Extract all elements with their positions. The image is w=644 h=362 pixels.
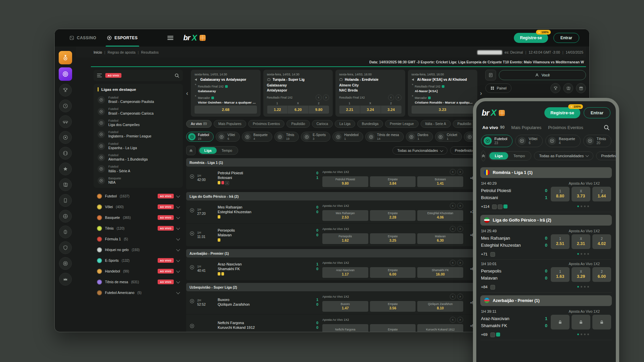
nav-esportes[interactable]: ESPORTES bbox=[102, 29, 142, 47]
search-icon[interactable] bbox=[603, 124, 610, 131]
odds-button[interactable]: 3.24 bbox=[360, 106, 381, 114]
odds-button[interactable]: 3.23 bbox=[412, 106, 474, 114]
match-row[interactable]: 1H 11:31 Persepolis 0 bbox=[186, 224, 482, 247]
sidebar-sport-item[interactable]: Fórmula 1 (5) bbox=[94, 234, 183, 244]
sport-tab[interactable]: Vôlei 6 bbox=[515, 135, 543, 147]
rail-clock-icon[interactable] bbox=[59, 100, 72, 112]
event-ticker[interactable]: Data: 14/03/2025 08:30 GMT -3 Esporte: C… bbox=[91, 58, 586, 67]
league-header[interactable]: Azerbaijão - Premier (1) bbox=[186, 249, 482, 257]
odds-button[interactable] bbox=[551, 315, 570, 329]
odds-button[interactable]: 2 1.44 bbox=[592, 187, 611, 201]
rail-cards-icon[interactable] bbox=[59, 178, 72, 191]
brand-logo[interactable]: brX bbox=[183, 29, 206, 47]
featured-league-item[interactable]: Basquete NBA bbox=[94, 175, 183, 186]
odds-button[interactable]: 2.68 bbox=[195, 106, 257, 114]
trophy-icon[interactable] bbox=[550, 83, 560, 93]
prev-market-icon[interactable]: ‹ bbox=[450, 317, 456, 323]
featured-card-al-nassr[interactable]: sexta-feira, 14/03, 16:00 Al-Nassr [KSA]… bbox=[408, 70, 478, 117]
filter-chip[interactable]: Paulistão bbox=[286, 120, 310, 128]
odds-format-label[interactable]: es: Decimal bbox=[504, 50, 523, 54]
league-header[interactable]: Liga do Golfo Pérsico - Irã (2) bbox=[186, 192, 482, 200]
panel-button[interactable]: Painel bbox=[485, 83, 512, 93]
sport-tab[interactable]: Tênis de mesa 14 bbox=[365, 132, 404, 142]
match-row[interactable]: 1H 27:20 Mes Rafsanjan 0 bbox=[186, 200, 482, 224]
filter-chip[interactable]: Bundesliga bbox=[357, 120, 383, 128]
rail-basketball-icon[interactable] bbox=[59, 210, 72, 223]
features-dropdown[interactable]: Todas as Funcionalidades bbox=[392, 146, 447, 155]
odds-button[interactable]: X 3.73 bbox=[572, 187, 590, 201]
sport-tab[interactable]: Tênis 20 bbox=[583, 135, 611, 147]
sport-tab[interactable]: E-Sports 3 bbox=[301, 132, 330, 142]
odds-button[interactable]: 1 2.51 bbox=[551, 234, 570, 249]
brand-logo[interactable]: brX bbox=[482, 108, 505, 118]
odds-button[interactable]: 2.21 bbox=[339, 106, 360, 114]
pagination-dots[interactable] bbox=[577, 205, 611, 207]
menu-icon[interactable] bbox=[167, 29, 173, 47]
odds-button[interactable]: Mes Rafsanjan 2.53 bbox=[322, 210, 368, 221]
rail-star-icon[interactable] bbox=[59, 163, 72, 175]
rail-shield-icon[interactable] bbox=[59, 241, 72, 254]
league-header[interactable]: Azerbaijão - Premier (1) bbox=[480, 295, 612, 306]
promo-target-icon[interactable] bbox=[59, 67, 72, 81]
sport-tab[interactable]: Tênis 19 bbox=[274, 132, 299, 142]
features-dropdown[interactable]: Todas as Funcionalidades bbox=[534, 152, 593, 160]
odds-button[interactable]: X 2.31 bbox=[572, 234, 590, 249]
next-market-icon[interactable]: › bbox=[457, 294, 463, 300]
odds-button[interactable]: Shamakhi FK 16.00 bbox=[417, 267, 463, 278]
match-row[interactable]: 1H 40:29 Aposta Ao Vivo 1X2 Petrolul Plo… bbox=[480, 179, 612, 212]
odds-button[interactable]: Empate 2.28 bbox=[370, 210, 416, 221]
sport-tab[interactable]: Cricket 1 bbox=[435, 132, 462, 142]
filter-chip[interactable]: Próximos Eventos bbox=[248, 120, 285, 128]
sport-tab[interactable]: Basquete 4 bbox=[242, 132, 272, 142]
rail-darts-icon[interactable] bbox=[59, 257, 72, 270]
register-button[interactable]: Registre-se 100% bbox=[544, 107, 580, 118]
filter-chip[interactable]: Mais Populares bbox=[214, 120, 246, 128]
rail-racecar-icon[interactable] bbox=[59, 115, 72, 128]
login-button[interactable]: Entrar bbox=[584, 107, 610, 118]
sidebar-sport-item[interactable]: Tênis de mesa (631) AO VIVO bbox=[94, 277, 183, 287]
league-header[interactable]: Romênia - Liga 1 (1) bbox=[186, 158, 482, 167]
sidebar-sport-item[interactable]: Basquete (365) AO VIVO bbox=[94, 213, 183, 223]
filter-chip[interactable]: Itália - Serie A bbox=[421, 120, 451, 128]
prev-market-icon[interactable]: ‹ bbox=[450, 226, 456, 232]
match-row[interactable]: 1H 40:41 Araz-Naxcivan 1 bbox=[186, 257, 482, 281]
sidebar-sport-item[interactable]: Tênis (120) AO VIVO bbox=[94, 223, 183, 233]
odds-button[interactable] bbox=[572, 315, 590, 329]
gift-icon[interactable] bbox=[576, 83, 586, 93]
mobile-tab[interactable]: Ao vivo 90 bbox=[482, 125, 504, 130]
featured-league-item[interactable]: Futebol Brasil - Campeonato Paulista bbox=[94, 94, 183, 106]
match-row[interactable]: 1H 10:01 Aposta Ao Vivo 1X2 Persepolis 0 bbox=[480, 260, 612, 293]
league-header[interactable]: Uzbequistão - Super Liga (2) bbox=[186, 283, 482, 291]
rail-tennis-icon[interactable] bbox=[59, 147, 72, 160]
featured-league-item[interactable]: Futebol Liga dos Campeões bbox=[94, 117, 183, 129]
odds-button[interactable]: Araz-Naxcivan 1.17 bbox=[322, 267, 368, 278]
match-row[interactable]: Neftchi Fargona 0 Kuruvchi Kokand 1912 0 bbox=[186, 314, 482, 332]
odds-button[interactable]: 6.20 bbox=[287, 106, 308, 114]
group-by-time-button[interactable]: Tempo bbox=[508, 152, 531, 160]
match-row[interactable]: 1H 42:00 Petrolul Ploiesti bbox=[186, 167, 482, 190]
odds-button[interactable]: Petrolul Ploiesti 9.80 bbox=[322, 176, 368, 187]
prev-market-icon[interactable]: ‹ bbox=[450, 203, 456, 209]
sidebar-sport-item[interactable]: Vôlei (400) AO VIVO bbox=[94, 202, 183, 212]
odds-button[interactable]: Qizilqum Zarafshon 8.10 bbox=[417, 301, 463, 312]
odds-button[interactable]: Esteghlal Khuzestan 4.06 bbox=[417, 210, 463, 221]
match-row[interactable]: 2H 52:52 Buxoro 1 bbox=[186, 291, 482, 314]
odds-button[interactable]: Empate 6.00 bbox=[370, 267, 416, 278]
sidebar-sport-item[interactable]: Futebol (1637) AO VIVO bbox=[94, 191, 183, 201]
sport-tab[interactable]: Handebol 1 bbox=[332, 132, 363, 142]
odds-button[interactable]: Neftchi Fargona bbox=[322, 324, 368, 332]
mobile-tab[interactable]: Mais Populares bbox=[511, 125, 541, 130]
match-row[interactable]: 1H 39:11 Aposta Ao Vivo 1X2 Araz-Naxciva… bbox=[480, 307, 612, 340]
next-market-icon[interactable]: › bbox=[457, 260, 463, 266]
more-markets-count[interactable]: +71 bbox=[481, 252, 488, 256]
rail-crown-icon[interactable] bbox=[59, 273, 72, 286]
odds-button[interactable]: Empate 3.84 bbox=[370, 176, 416, 187]
odds-button[interactable] bbox=[592, 315, 611, 329]
sport-tab[interactable]: Vôlei 6 bbox=[216, 132, 239, 142]
next-market-icon[interactable]: › bbox=[457, 226, 463, 232]
odds-button[interactable]: X 3.29 bbox=[572, 267, 590, 282]
mobile-tab[interactable]: Próximos Eventos bbox=[548, 125, 583, 130]
filter-chip[interactable]: Ao vivo 89 bbox=[186, 120, 212, 128]
odds-button[interactable]: Malavan 6.30 bbox=[417, 233, 463, 244]
match-row[interactable]: 1H 25:49 Aposta Ao Vivo 1X2 Mes Rafsanja… bbox=[480, 227, 612, 260]
